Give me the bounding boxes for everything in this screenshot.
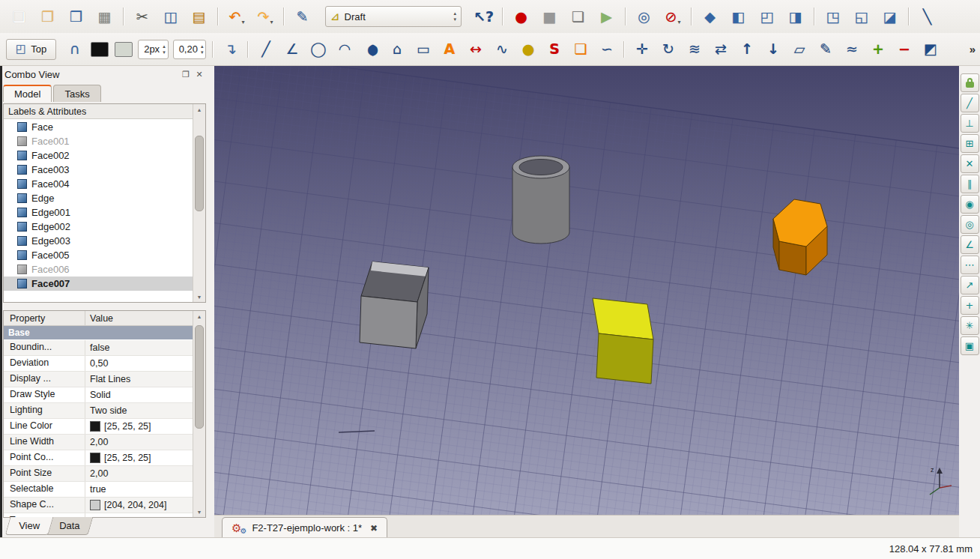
- property-row[interactable]: Line Color [25, 25, 25]: [4, 419, 193, 435]
- autogroup-icon[interactable]: ↴: [218, 38, 243, 61]
- tree-item[interactable]: Face004: [4, 177, 193, 191]
- property-row[interactable]: Display ... Flat Lines: [4, 372, 193, 387]
- circle-icon[interactable]: ◯: [306, 38, 330, 61]
- property-row[interactable]: Selectable true: [4, 482, 193, 498]
- property-value[interactable]: Solid: [85, 387, 193, 402]
- save-icon[interactable]: ❒: [63, 4, 90, 28]
- document-tab[interactable]: ⚙ ⚙ F2-T27-ejemplo-work : 1* ✖: [222, 517, 387, 538]
- move-icon[interactable]: ✛: [629, 38, 654, 61]
- cut-icon[interactable]: ✂: [129, 4, 156, 28]
- property-row[interactable]: Deviation 0,50: [4, 356, 193, 372]
- property-value[interactable]: true: [85, 482, 193, 497]
- undo-icon[interactable]: ↶▾: [223, 4, 250, 28]
- scrollbar-track[interactable]: [193, 321, 205, 507]
- property-value[interactable]: 0,50: [85, 356, 193, 371]
- snap-endpoint-icon[interactable]: ◉: [961, 195, 979, 214]
- macro-stop-icon[interactable]: ■: [536, 4, 563, 28]
- macro-record-icon[interactable]: ●: [508, 4, 535, 28]
- ellipse-icon[interactable]: ◖◗: [358, 38, 383, 61]
- working-plane-top-button[interactable]: ◰ Top: [6, 39, 56, 60]
- tree-item[interactable]: Face001: [4, 134, 193, 148]
- tree-item[interactable]: Edge003: [4, 234, 193, 248]
- property-value[interactable]: 2,00: [85, 435, 193, 450]
- new-file-icon[interactable]: ❏: [6, 4, 33, 28]
- tab-model[interactable]: Model: [3, 85, 52, 102]
- property-row[interactable]: Point Co... [25, 25, 25]: [4, 450, 193, 466]
- snap-ortho-icon[interactable]: +: [961, 296, 979, 315]
- snap-center-icon[interactable]: ◎: [961, 215, 979, 234]
- property-value[interactable]: [204, 204, 204]: [85, 498, 193, 513]
- rotate-icon[interactable]: ↻: [656, 38, 680, 61]
- tree-item[interactable]: Face006: [4, 262, 193, 277]
- cylinder-object[interactable]: [512, 156, 569, 244]
- view-front-icon[interactable]: ◧: [725, 4, 752, 28]
- view-top-icon[interactable]: ◰: [754, 4, 781, 28]
- trimex-icon[interactable]: ⇄: [708, 38, 733, 61]
- property-row[interactable]: Draw Style Solid: [4, 387, 193, 403]
- polygon-icon[interactable]: ⌂: [384, 38, 409, 61]
- delete-point-icon[interactable]: −: [892, 38, 916, 61]
- face-color-button[interactable]: [115, 42, 133, 57]
- snap-parallel-icon[interactable]: ∥: [961, 175, 979, 193]
- property-row[interactable]: Boundin... false: [4, 340, 193, 356]
- snap-toggle-icon[interactable]: ∩: [62, 38, 87, 61]
- redo-icon[interactable]: ↷▾: [252, 4, 279, 28]
- print-icon[interactable]: ▦: [91, 4, 118, 28]
- 3d-viewport[interactable]: z: [214, 66, 959, 516]
- spinner-arrows-icon[interactable]: ▴▾: [163, 43, 166, 55]
- bspline-icon[interactable]: ∿: [489, 38, 514, 61]
- open-folder-icon[interactable]: ❐: [34, 4, 61, 28]
- scale-icon[interactable]: ▱: [787, 38, 811, 61]
- property-value[interactable]: [25, 25, 25]: [85, 419, 193, 434]
- polyline-icon[interactable]: ∠: [279, 38, 304, 61]
- point-icon[interactable]: ●: [515, 38, 540, 61]
- scrollbar-thumb[interactable]: [195, 325, 204, 429]
- arc-icon[interactable]: ◠: [332, 38, 357, 61]
- snap-lock-icon[interactable]: [961, 73, 979, 92]
- tab-view[interactable]: View: [5, 517, 54, 535]
- close-document-icon[interactable]: ✖: [370, 523, 378, 534]
- float-panel-icon[interactable]: ❐: [181, 70, 191, 79]
- property-value[interactable]: false: [85, 340, 193, 355]
- dimension-icon[interactable]: ↔: [463, 38, 488, 61]
- whats-this-icon[interactable]: ↖?: [471, 4, 497, 28]
- tree-scrollbar[interactable]: ▲ ▼: [193, 104, 205, 302]
- measure-icon[interactable]: ╲: [914, 4, 941, 28]
- bezier-icon[interactable]: ∽: [594, 38, 619, 61]
- macro-play-icon[interactable]: ▶: [593, 4, 620, 28]
- downgrade-icon[interactable]: ↓: [760, 38, 785, 61]
- view-bottom-icon[interactable]: ◱: [848, 4, 875, 28]
- facebinder-icon[interactable]: ❏: [568, 38, 593, 61]
- yellow-cube-object[interactable]: [593, 298, 653, 384]
- rectangle-icon[interactable]: ▭: [411, 38, 435, 61]
- copy-icon[interactable]: ◫: [157, 4, 184, 28]
- edit-mode-icon[interactable]: ✎: [289, 4, 316, 28]
- tab-tasks[interactable]: Tasks: [53, 85, 100, 102]
- view-isometric-icon[interactable]: ◆: [697, 4, 724, 28]
- tree-item[interactable]: Face005: [4, 248, 193, 262]
- pattern-scale-spinner[interactable]: 0,20 ▴▾: [173, 40, 207, 59]
- tree-item[interactable]: Face003: [4, 163, 193, 177]
- line-color-button[interactable]: [91, 42, 109, 57]
- edit-icon[interactable]: ✎: [813, 38, 838, 61]
- clip-plane-icon[interactable]: ⊘▾: [659, 4, 686, 28]
- spinner-arrows-icon[interactable]: ▴▾: [201, 43, 204, 55]
- add-point-icon[interactable]: +: [865, 38, 890, 61]
- scrollbar-track[interactable]: [193, 115, 205, 291]
- property-value[interactable]: Flat Lines: [85, 372, 193, 387]
- text-icon[interactable]: A: [437, 38, 462, 61]
- tree-item[interactable]: Edge001: [4, 205, 193, 220]
- property-value[interactable]: 2,00: [85, 466, 193, 481]
- snap-midpoint-icon[interactable]: ╱: [961, 94, 979, 112]
- open-box-object[interactable]: [360, 262, 429, 348]
- snap-intersection-icon[interactable]: ✕: [961, 154, 979, 173]
- paste-icon[interactable]: ▤: [186, 4, 213, 28]
- snap-working-plane-icon[interactable]: ▣: [961, 336, 979, 355]
- tree-item[interactable]: Face002: [4, 148, 193, 163]
- scrollbar-thumb[interactable]: [195, 136, 204, 211]
- snap-special-icon[interactable]: ✳: [961, 316, 979, 335]
- scroll-up-icon[interactable]: ▲: [197, 104, 202, 115]
- close-panel-icon[interactable]: ✕: [194, 70, 205, 79]
- upgrade-icon[interactable]: ↑: [734, 38, 759, 61]
- scroll-down-icon[interactable]: ▼: [197, 291, 202, 302]
